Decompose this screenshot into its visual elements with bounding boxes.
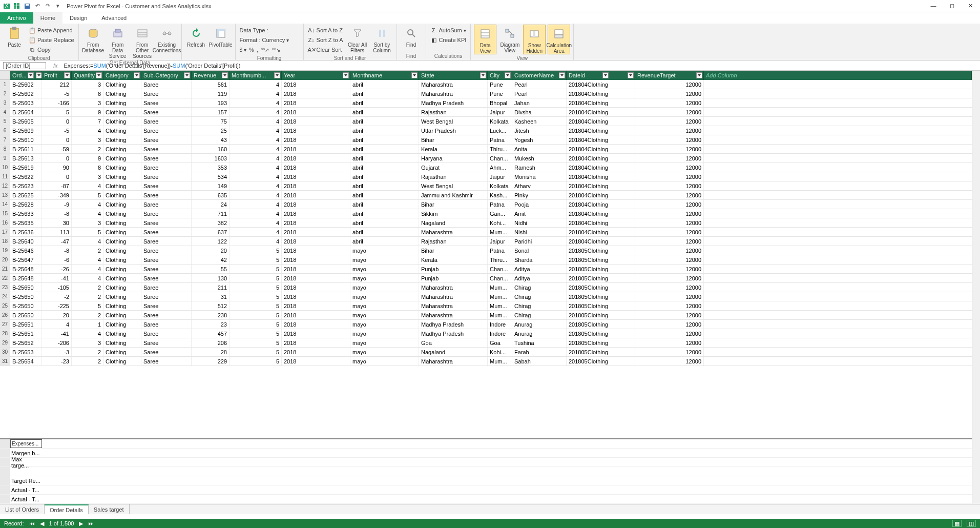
- cell-ord[interactable]: B-25604: [10, 108, 42, 116]
- cell-rev[interactable]: 457: [192, 329, 230, 338]
- pivot-icon[interactable]: [12, 2, 22, 11]
- cell-sub[interactable]: Saree: [141, 292, 192, 301]
- cell-rev[interactable]: 353: [192, 163, 230, 172]
- row-header[interactable]: 31: [0, 357, 10, 365]
- cell-rev[interactable]: 55: [192, 265, 230, 273]
- cell-tgt[interactable]: 12000: [635, 154, 704, 163]
- row-header[interactable]: 21: [0, 265, 10, 273]
- cell-mname[interactable]: mayo: [350, 255, 419, 264]
- cell-cat[interactable]: Clothing: [103, 209, 141, 218]
- cell-rev[interactable]: 23: [192, 320, 230, 329]
- filter-dropdown-icon[interactable]: [411, 72, 418, 78]
- add-column[interactable]: Add Column: [704, 71, 972, 80]
- column-header-year[interactable]: Year: [282, 71, 350, 80]
- cell-cat[interactable]: Clothing: [103, 348, 141, 356]
- cell-state[interactable]: Goa: [419, 338, 488, 347]
- cell-tgt[interactable]: 12000: [635, 348, 704, 356]
- measure-row[interactable]: Max targe...: [0, 458, 972, 467]
- cell-tgt[interactable]: 12000: [635, 135, 704, 144]
- cell-city[interactable]: Mum...: [488, 292, 512, 301]
- cell-dateid[interactable]: 201804Clothing: [567, 228, 635, 236]
- table-row[interactable]: 9B-2561309ClothingSaree160342018abrilHar…: [0, 154, 972, 163]
- cell-year[interactable]: 2018: [282, 145, 350, 153]
- cell-mname[interactable]: abril: [350, 228, 419, 236]
- table-row[interactable]: 11B-2562203ClothingSaree53442018abrilRaj…: [0, 172, 972, 181]
- cell-dateid[interactable]: 201805Clothing: [567, 283, 635, 292]
- cell-mnum[interactable]: 4: [230, 218, 282, 227]
- cell-sub[interactable]: Saree: [141, 108, 192, 116]
- cell-state[interactable]: Punjab: [419, 274, 488, 282]
- cell-profit[interactable]: -166: [42, 98, 72, 107]
- cell-cat[interactable]: Clothing: [103, 311, 141, 319]
- cell-mnum[interactable]: 5: [230, 357, 282, 365]
- cell-dateid[interactable]: 201805Clothing: [567, 329, 635, 338]
- cell-state[interactable]: Maharashtra: [419, 283, 488, 292]
- cell-sub[interactable]: Saree: [141, 348, 192, 356]
- cell-rev[interactable]: 28: [192, 348, 230, 356]
- cell-dateid[interactable]: 201805Clothing: [567, 338, 635, 347]
- cell-rev[interactable]: 238: [192, 311, 230, 319]
- cell-profit[interactable]: -349: [42, 191, 72, 199]
- cell-sub[interactable]: Saree: [141, 126, 192, 135]
- cell-mnum[interactable]: 4: [230, 181, 282, 190]
- cell-cat[interactable]: Clothing: [103, 191, 141, 199]
- cell-year[interactable]: 2018: [282, 320, 350, 329]
- cell-city[interactable]: Bhopal: [488, 98, 512, 107]
- cell-state[interactable]: Maharashtra: [419, 311, 488, 319]
- cell-mname[interactable]: abril: [350, 218, 419, 227]
- record-last-button[interactable]: ⏭: [88, 520, 94, 526]
- column-header-cat[interactable]: Category: [103, 71, 141, 80]
- cell-state[interactable]: Maharashtra: [419, 228, 488, 236]
- cell-qty[interactable]: 2: [72, 348, 103, 356]
- cell-cust[interactable]: Pearl: [512, 89, 567, 98]
- cell-mname[interactable]: abril: [350, 98, 419, 107]
- cell-mnum[interactable]: 4: [230, 108, 282, 116]
- cell-mname[interactable]: abril: [350, 200, 419, 209]
- cell-city[interactable]: Mum...: [488, 301, 512, 310]
- cell-ord[interactable]: B-25640: [10, 237, 42, 246]
- cell-rev[interactable]: 119: [192, 89, 230, 98]
- filter-dropdown-icon[interactable]: [696, 72, 702, 78]
- cell-dateid[interactable]: 201804Clothing: [567, 172, 635, 181]
- row-header[interactable]: 1: [0, 80, 10, 89]
- cell-qty[interactable]: 4: [72, 209, 103, 218]
- sheet-tab[interactable]: Sales target: [89, 504, 130, 514]
- column-header-cust[interactable]: CustomerName: [512, 71, 567, 80]
- cell-cust[interactable]: Sabah: [512, 357, 567, 365]
- cell-mname[interactable]: abril: [350, 80, 419, 89]
- cell-profit[interactable]: -5: [42, 89, 72, 98]
- measure-cell[interactable]: Actual - T...: [10, 495, 42, 503]
- cell-state[interactable]: Maharashtra: [419, 80, 488, 89]
- cell-state[interactable]: Bihar: [419, 200, 488, 209]
- cell-profit[interactable]: -9: [42, 200, 72, 209]
- cell-tgt[interactable]: 12000: [635, 228, 704, 236]
- cell-city[interactable]: Pune: [488, 89, 512, 98]
- cell-city[interactable]: Jaipur: [488, 237, 512, 246]
- cell-cat[interactable]: Clothing: [103, 283, 141, 292]
- row-header[interactable]: 4: [0, 108, 10, 116]
- table-row[interactable]: 5B-2560507ClothingSaree7542018abrilWest …: [0, 117, 972, 126]
- measure-row[interactable]: Target Re...: [0, 476, 972, 485]
- cell-cust[interactable]: Chirag: [512, 283, 567, 292]
- cell-cust[interactable]: Yogesh: [512, 135, 567, 144]
- cell-dateid[interactable]: 201804Clothing: [567, 154, 635, 163]
- cell-sub[interactable]: Saree: [141, 237, 192, 246]
- cell-year[interactable]: 2018: [282, 126, 350, 135]
- cell-dateid[interactable]: 201804Clothing: [567, 108, 635, 116]
- cell-mnum[interactable]: 5: [230, 329, 282, 338]
- format-selector[interactable]: Format : Currency ▾: [239, 35, 300, 45]
- cell-rev[interactable]: 561: [192, 80, 230, 89]
- cell-ord[interactable]: B-25610: [10, 135, 42, 144]
- row-header[interactable]: 19: [0, 246, 10, 255]
- cell-tgt[interactable]: 12000: [635, 246, 704, 255]
- cell-city[interactable]: Patna: [488, 246, 512, 255]
- table-row[interactable]: 28B-25651-414ClothingSaree45752018mayoMa…: [0, 329, 972, 338]
- column-extra-icon[interactable]: [28, 72, 34, 78]
- cell-qty[interactable]: 2: [72, 357, 103, 365]
- cell-rev[interactable]: 160: [192, 145, 230, 153]
- row-header[interactable]: 5: [0, 117, 10, 126]
- cell-profit[interactable]: 0: [42, 117, 72, 126]
- column-header-ord[interactable]: Ord...: [10, 71, 42, 80]
- cell-rev[interactable]: 31: [192, 292, 230, 301]
- clear-filters-button[interactable]: Clear All Filters: [346, 25, 369, 53]
